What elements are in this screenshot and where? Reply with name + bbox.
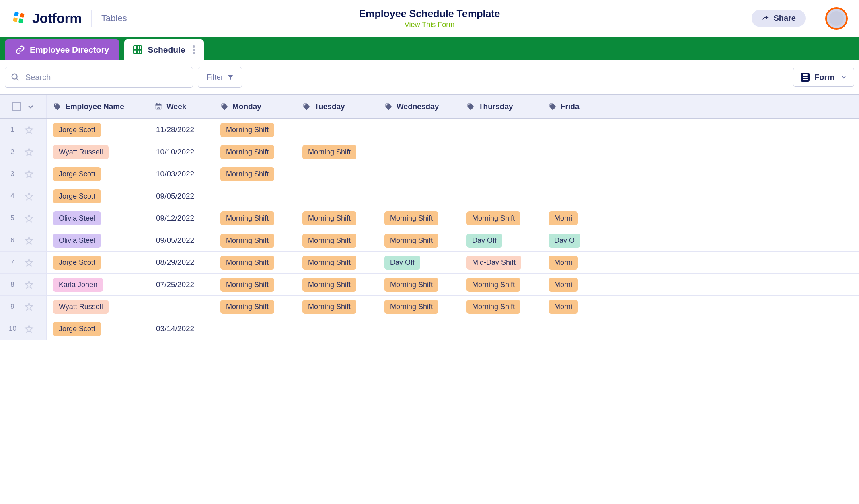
tab-employee-directory[interactable]: Employee Directory — [5, 39, 119, 60]
cell-week[interactable]: 11/28/2022 — [148, 119, 214, 141]
cell-week[interactable]: 03/14/2022 — [148, 318, 214, 340]
header-thursday[interactable]: Thursday — [460, 95, 542, 118]
star-button[interactable] — [24, 324, 34, 334]
shift-pill[interactable]: Morning Shift — [384, 278, 438, 292]
cell-monday[interactable]: Morning Shift — [214, 296, 296, 318]
shift-pill[interactable]: Morning Shift — [302, 256, 356, 270]
logo[interactable]: Jotform — [11, 10, 82, 27]
star-button[interactable] — [24, 147, 34, 157]
view-form-link[interactable]: View This Form — [359, 20, 500, 29]
cell-wednesday[interactable] — [378, 141, 460, 163]
table-row[interactable]: 5 Olivia Steel 09/12/2022 Morning Shift … — [0, 207, 859, 229]
cell-thursday[interactable] — [460, 163, 542, 185]
table-row[interactable]: 8 Karla Johen 07/25/2022 Morning Shift M… — [0, 274, 859, 296]
cell-thursday[interactable]: Mid-Day Shift — [460, 252, 542, 273]
cell-tuesday[interactable]: Morning Shift — [296, 296, 378, 318]
chevron-down-icon[interactable] — [27, 102, 35, 111]
cell-wednesday[interactable] — [378, 318, 460, 340]
cell-employee-name[interactable]: Jorge Scott — [47, 185, 148, 207]
cell-tuesday[interactable] — [296, 318, 378, 340]
cell-friday[interactable] — [542, 163, 590, 185]
shift-pill[interactable]: Morning Shift — [302, 234, 356, 248]
cell-wednesday[interactable]: Morning Shift — [378, 229, 460, 251]
cell-employee-name[interactable]: Wyatt Russell — [47, 296, 148, 318]
cell-thursday[interactable]: Morning Shift — [460, 207, 542, 229]
form-view-button[interactable]: Form — [793, 68, 854, 87]
cell-week[interactable]: 10/03/2022 — [148, 163, 214, 185]
shift-pill[interactable]: Morning Shift — [302, 278, 356, 292]
cell-friday[interactable]: Day O — [542, 229, 590, 251]
table-row[interactable]: 6 Olivia Steel 09/05/2022 Morning Shift … — [0, 229, 859, 252]
cell-tuesday[interactable] — [296, 119, 378, 141]
cell-friday[interactable] — [542, 318, 590, 340]
avatar[interactable] — [825, 7, 848, 30]
cell-employee-name[interactable]: Olivia Steel — [47, 229, 148, 251]
cell-monday[interactable]: Morning Shift — [214, 163, 296, 185]
cell-thursday[interactable]: Morning Shift — [460, 296, 542, 318]
cell-thursday[interactable]: Morning Shift — [460, 274, 542, 295]
shift-pill[interactable]: Morning Shift — [302, 145, 356, 159]
star-button[interactable] — [24, 258, 34, 267]
cell-employee-name[interactable]: Jorge Scott — [47, 163, 148, 185]
cell-employee-name[interactable]: Wyatt Russell — [47, 141, 148, 163]
cell-week[interactable]: 09/05/2022 — [148, 185, 214, 207]
cell-wednesday[interactable]: Morning Shift — [378, 296, 460, 318]
cell-monday[interactable]: Morning Shift — [214, 141, 296, 163]
cell-monday[interactable]: Morning Shift — [214, 274, 296, 295]
star-button[interactable] — [24, 125, 34, 135]
product-label[interactable]: Tables — [101, 13, 127, 24]
shift-pill[interactable]: Mid-Day Shift — [466, 256, 521, 270]
cell-tuesday[interactable] — [296, 185, 378, 207]
table-row[interactable]: 4 Jorge Scott 09/05/2022 — [0, 185, 859, 207]
cell-wednesday[interactable] — [378, 163, 460, 185]
cell-monday[interactable] — [214, 318, 296, 340]
table-row[interactable]: 7 Jorge Scott 08/29/2022 Morning Shift M… — [0, 252, 859, 274]
cell-employee-name[interactable]: Jorge Scott — [47, 252, 148, 273]
table-row[interactable]: 2 Wyatt Russell 10/10/2022 Morning Shift… — [0, 141, 859, 163]
cell-monday[interactable]: Morning Shift — [214, 229, 296, 251]
tab-schedule[interactable]: Schedule — [124, 39, 203, 60]
cell-monday[interactable]: Morning Shift — [214, 252, 296, 273]
cell-tuesday[interactable]: Morning Shift — [296, 207, 378, 229]
cell-thursday[interactable]: Day Off — [460, 229, 542, 251]
table-row[interactable]: 1 Jorge Scott 11/28/2022 Morning Shift — [0, 119, 859, 141]
shift-pill[interactable]: Day O — [549, 234, 580, 248]
shift-pill[interactable]: Day Off — [466, 234, 502, 248]
shift-pill[interactable]: Morning Shift — [220, 256, 274, 270]
cell-monday[interactable]: Morning Shift — [214, 207, 296, 229]
header-week[interactable]: 10 Week — [148, 95, 214, 118]
cell-tuesday[interactable]: Morning Shift — [296, 252, 378, 273]
cell-tuesday[interactable]: Morning Shift — [296, 229, 378, 251]
cell-week[interactable]: 10/10/2022 — [148, 141, 214, 163]
cell-wednesday[interactable]: Morning Shift — [378, 274, 460, 295]
header-wednesday[interactable]: Wednesday — [378, 95, 460, 118]
shift-pill[interactable]: Morning Shift — [466, 211, 520, 225]
shift-pill[interactable]: Morni — [549, 211, 578, 225]
cell-thursday[interactable] — [460, 141, 542, 163]
cell-thursday[interactable] — [460, 185, 542, 207]
shift-pill[interactable]: Morning Shift — [302, 211, 356, 225]
header-friday[interactable]: Frida — [542, 95, 590, 118]
shift-pill[interactable]: Morning Shift — [220, 211, 274, 225]
shift-pill[interactable]: Morning Shift — [466, 278, 520, 292]
cell-wednesday[interactable] — [378, 185, 460, 207]
star-button[interactable] — [24, 213, 34, 223]
cell-wednesday[interactable]: Morning Shift — [378, 207, 460, 229]
shift-pill[interactable]: Morning Shift — [302, 300, 356, 314]
tab-menu-button[interactable] — [193, 45, 195, 54]
cell-friday[interactable]: Morni — [542, 252, 590, 273]
cell-week[interactable]: 07/25/2022 — [148, 274, 214, 295]
cell-thursday[interactable] — [460, 318, 542, 340]
cell-monday[interactable]: Morning Shift — [214, 119, 296, 141]
shift-pill[interactable]: Morni — [549, 300, 578, 314]
shift-pill[interactable]: Morni — [549, 278, 578, 292]
cell-employee-name[interactable]: Jorge Scott — [47, 119, 148, 141]
star-button[interactable] — [24, 280, 34, 289]
header-monday[interactable]: Monday — [214, 95, 296, 118]
shift-pill[interactable]: Morning Shift — [466, 300, 520, 314]
search-input[interactable] — [25, 73, 187, 82]
cell-friday[interactable] — [542, 185, 590, 207]
cell-week[interactable]: 09/12/2022 — [148, 207, 214, 229]
share-button[interactable]: Share — [752, 10, 806, 27]
cell-employee-name[interactable]: Karla Johen — [47, 274, 148, 295]
